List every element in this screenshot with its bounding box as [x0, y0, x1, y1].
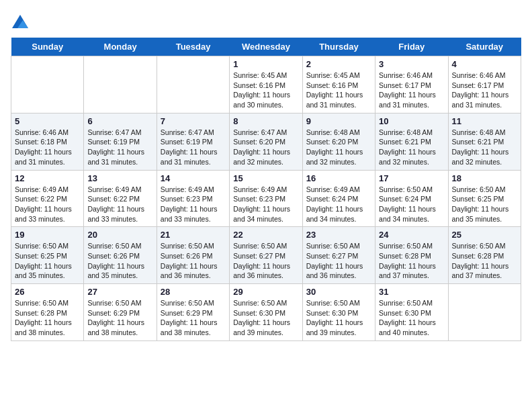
calendar-cell: 9Sunrise: 6:48 AM Sunset: 6:20 PM Daylig… — [302, 113, 375, 170]
cell-info: Sunrise: 6:48 AM Sunset: 6:21 PM Dayligh… — [452, 128, 517, 167]
day-number: 8 — [233, 116, 298, 126]
day-number: 20 — [87, 230, 152, 240]
calendar-cell: 15Sunrise: 6:49 AM Sunset: 6:23 PM Dayli… — [230, 170, 302, 227]
week-row-2: 5Sunrise: 6:46 AM Sunset: 6:18 PM Daylig… — [11, 113, 521, 170]
cell-info: Sunrise: 6:45 AM Sunset: 6:16 PM Dayligh… — [233, 71, 298, 110]
calendar-cell: 31Sunrise: 6:50 AM Sunset: 6:30 PM Dayli… — [375, 284, 448, 341]
calendar-cell: 22Sunrise: 6:50 AM Sunset: 6:27 PM Dayli… — [230, 227, 302, 284]
week-row-1: 1Sunrise: 6:45 AM Sunset: 6:16 PM Daylig… — [11, 56, 521, 113]
calendar-cell: 6Sunrise: 6:47 AM Sunset: 6:19 PM Daylig… — [84, 113, 157, 170]
cell-info: Sunrise: 6:46 AM Sunset: 6:18 PM Dayligh… — [15, 128, 80, 167]
day-number: 23 — [306, 230, 371, 240]
day-number: 29 — [233, 287, 298, 297]
calendar-cell: 30Sunrise: 6:50 AM Sunset: 6:30 PM Dayli… — [302, 284, 375, 341]
day-number: 13 — [87, 173, 152, 183]
calendar-cell: 2Sunrise: 6:45 AM Sunset: 6:16 PM Daylig… — [302, 56, 375, 113]
calendar-cell: 11Sunrise: 6:48 AM Sunset: 6:21 PM Dayli… — [448, 113, 521, 170]
calendar-cell: 5Sunrise: 6:46 AM Sunset: 6:18 PM Daylig… — [11, 113, 84, 170]
logo — [11, 13, 32, 32]
calendar-cell — [448, 284, 521, 341]
calendar-cell: 14Sunrise: 6:49 AM Sunset: 6:23 PM Dayli… — [157, 170, 229, 227]
cell-info: Sunrise: 6:50 AM Sunset: 6:30 PM Dayligh… — [233, 298, 298, 338]
day-number: 21 — [161, 230, 226, 240]
calendar-table: SundayMondayTuesdayWednesdayThursdayFrid… — [11, 38, 521, 341]
cell-info: Sunrise: 6:50 AM Sunset: 6:29 PM Dayligh… — [87, 298, 152, 338]
day-number: 26 — [15, 287, 80, 297]
cell-info: Sunrise: 6:50 AM Sunset: 6:26 PM Dayligh… — [161, 241, 226, 281]
cell-info: Sunrise: 6:48 AM Sunset: 6:20 PM Dayligh… — [306, 128, 371, 167]
cell-info: Sunrise: 6:50 AM Sunset: 6:27 PM Dayligh… — [306, 241, 371, 281]
cell-info: Sunrise: 6:45 AM Sunset: 6:16 PM Dayligh… — [306, 71, 371, 110]
day-number: 18 — [452, 173, 517, 183]
cell-info: Sunrise: 6:49 AM Sunset: 6:23 PM Dayligh… — [233, 185, 298, 224]
cell-info: Sunrise: 6:46 AM Sunset: 6:17 PM Dayligh… — [452, 71, 517, 110]
day-header-monday: Monday — [84, 38, 157, 56]
calendar-cell: 13Sunrise: 6:49 AM Sunset: 6:22 PM Dayli… — [84, 170, 157, 227]
cell-info: Sunrise: 6:50 AM Sunset: 6:27 PM Dayligh… — [233, 241, 298, 281]
day-headers-row: SundayMondayTuesdayWednesdayThursdayFrid… — [11, 38, 521, 56]
day-number: 14 — [161, 173, 226, 183]
day-number: 24 — [379, 230, 444, 240]
calendar-cell — [157, 56, 229, 113]
cell-info: Sunrise: 6:48 AM Sunset: 6:21 PM Dayligh… — [379, 128, 444, 167]
calendar-cell — [11, 56, 84, 113]
calendar-cell: 21Sunrise: 6:50 AM Sunset: 6:26 PM Dayli… — [157, 227, 229, 284]
calendar-cell: 3Sunrise: 6:46 AM Sunset: 6:17 PM Daylig… — [375, 56, 448, 113]
cell-info: Sunrise: 6:50 AM Sunset: 6:29 PM Dayligh… — [161, 298, 226, 338]
cell-info: Sunrise: 6:50 AM Sunset: 6:28 PM Dayligh… — [379, 241, 444, 281]
day-header-tuesday: Tuesday — [157, 38, 229, 56]
calendar-cell: 1Sunrise: 6:45 AM Sunset: 6:16 PM Daylig… — [230, 56, 302, 113]
day-number: 6 — [87, 116, 152, 126]
calendar-cell: 29Sunrise: 6:50 AM Sunset: 6:30 PM Dayli… — [230, 284, 302, 341]
calendar-cell: 24Sunrise: 6:50 AM Sunset: 6:28 PM Dayli… — [375, 227, 448, 284]
day-number: 10 — [379, 116, 444, 126]
week-row-5: 26Sunrise: 6:50 AM Sunset: 6:28 PM Dayli… — [11, 284, 521, 341]
calendar-cell: 23Sunrise: 6:50 AM Sunset: 6:27 PM Dayli… — [302, 227, 375, 284]
day-number: 22 — [233, 230, 298, 240]
cell-info: Sunrise: 6:47 AM Sunset: 6:19 PM Dayligh… — [87, 128, 152, 167]
cell-info: Sunrise: 6:50 AM Sunset: 6:30 PM Dayligh… — [379, 298, 444, 338]
day-number: 17 — [379, 173, 444, 183]
calendar-cell: 26Sunrise: 6:50 AM Sunset: 6:28 PM Dayli… — [11, 284, 84, 341]
cell-info: Sunrise: 6:49 AM Sunset: 6:22 PM Dayligh… — [87, 185, 152, 224]
calendar-cell: 25Sunrise: 6:50 AM Sunset: 6:28 PM Dayli… — [448, 227, 521, 284]
cell-info: Sunrise: 6:49 AM Sunset: 6:23 PM Dayligh… — [161, 185, 226, 224]
day-number: 31 — [379, 287, 444, 297]
day-number: 1 — [233, 59, 298, 69]
cell-info: Sunrise: 6:50 AM Sunset: 6:28 PM Dayligh… — [452, 241, 517, 281]
day-number: 27 — [87, 287, 152, 297]
week-row-3: 12Sunrise: 6:49 AM Sunset: 6:22 PM Dayli… — [11, 170, 521, 227]
calendar-cell: 18Sunrise: 6:50 AM Sunset: 6:25 PM Dayli… — [448, 170, 521, 227]
day-number: 3 — [379, 59, 444, 69]
day-header-wednesday: Wednesday — [230, 38, 302, 56]
cell-info: Sunrise: 6:47 AM Sunset: 6:20 PM Dayligh… — [233, 128, 298, 167]
calendar-cell — [84, 56, 157, 113]
cell-info: Sunrise: 6:49 AM Sunset: 6:22 PM Dayligh… — [15, 185, 80, 224]
day-number: 19 — [15, 230, 80, 240]
calendar-cell: 10Sunrise: 6:48 AM Sunset: 6:21 PM Dayli… — [375, 113, 448, 170]
week-row-4: 19Sunrise: 6:50 AM Sunset: 6:25 PM Dayli… — [11, 227, 521, 284]
calendar-cell: 16Sunrise: 6:49 AM Sunset: 6:24 PM Dayli… — [302, 170, 375, 227]
cell-info: Sunrise: 6:50 AM Sunset: 6:24 PM Dayligh… — [379, 185, 444, 224]
calendar-cell: 17Sunrise: 6:50 AM Sunset: 6:24 PM Dayli… — [375, 170, 448, 227]
day-number: 7 — [161, 116, 226, 126]
cell-info: Sunrise: 6:47 AM Sunset: 6:19 PM Dayligh… — [161, 128, 226, 167]
day-header-thursday: Thursday — [302, 38, 375, 56]
day-number: 5 — [15, 116, 80, 126]
cell-info: Sunrise: 6:50 AM Sunset: 6:25 PM Dayligh… — [15, 241, 80, 281]
day-number: 25 — [452, 230, 517, 240]
cell-info: Sunrise: 6:46 AM Sunset: 6:17 PM Dayligh… — [379, 71, 444, 110]
calendar-cell: 7Sunrise: 6:47 AM Sunset: 6:19 PM Daylig… — [157, 113, 229, 170]
day-number: 30 — [306, 287, 371, 297]
calendar-cell: 4Sunrise: 6:46 AM Sunset: 6:17 PM Daylig… — [448, 56, 521, 113]
cell-info: Sunrise: 6:50 AM Sunset: 6:26 PM Dayligh… — [87, 241, 152, 281]
cell-info: Sunrise: 6:50 AM Sunset: 6:30 PM Dayligh… — [306, 298, 371, 338]
day-number: 9 — [306, 116, 371, 126]
calendar-cell: 27Sunrise: 6:50 AM Sunset: 6:29 PM Dayli… — [84, 284, 157, 341]
day-number: 15 — [233, 173, 298, 183]
day-number: 16 — [306, 173, 371, 183]
day-number: 4 — [452, 59, 517, 69]
cell-info: Sunrise: 6:49 AM Sunset: 6:24 PM Dayligh… — [306, 185, 371, 224]
cell-info: Sunrise: 6:50 AM Sunset: 6:28 PM Dayligh… — [15, 298, 80, 338]
day-header-friday: Friday — [375, 38, 448, 56]
